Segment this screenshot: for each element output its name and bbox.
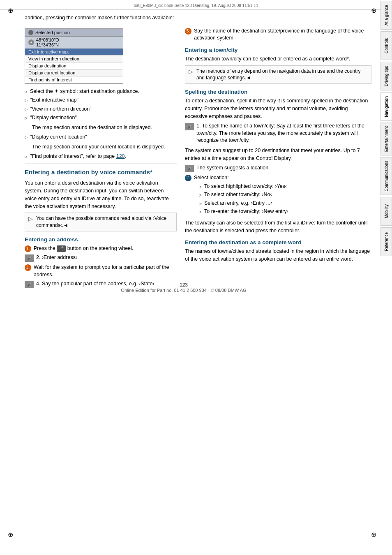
step-1: 1. Press the 🎤 button on the steering wh… — [25, 245, 177, 252]
option-yes: ▷ To select highlighted town/city: ›Yes‹ — [199, 183, 288, 190]
option-entry-tri: ▷ — [199, 201, 202, 206]
step-2-text: 2. ›Enter address‹ — [36, 254, 77, 261]
section-divider — [25, 164, 177, 164]
step-3-badge: 3. — [25, 264, 31, 271]
screenshot-title-text: Selected position — [35, 30, 70, 35]
select-location-label: Select location: — [194, 175, 229, 180]
option-no: ▷ To select other town/city: ›No‹ — [199, 191, 288, 199]
step-5-badge: 5. — [185, 28, 191, 35]
right-tabs: At a glance Controls Driving tips Naviga… — [380, 0, 392, 555]
screenshot-display-dest-text: Display destination — [28, 63, 66, 68]
bullet-find-points: ▷ "Find points of interest", refer to pa… — [25, 153, 177, 160]
idrive-text: The town/city can also be selected from … — [185, 219, 371, 235]
triangle-icon-5: ▷ — [25, 135, 28, 140]
left-bullet-list-3: ▷ "Find points of interest", refer to pa… — [25, 153, 177, 160]
tab-mobility[interactable]: Mobility — [380, 197, 392, 226]
option-entry-text: Select an entry, e.g. ›Entry ...‹ — [204, 200, 272, 207]
screenshot-row-find: Find points of Interest — [25, 76, 123, 83]
step-5-list: 5. Say the name of the destination state… — [185, 28, 371, 42]
spell-step-1: 🎤 1. To spell the name of a town/city: S… — [185, 123, 371, 144]
triangle-icon-2: ▷ — [25, 98, 28, 103]
screenshot-title-icon — [28, 30, 33, 35]
bullet-display-current: ▷ "Display current location" — [25, 134, 177, 141]
spell-step-1-text: 1. To spell the name of a town/city: Say… — [196, 123, 371, 144]
tab-navigation[interactable]: Navigation — [380, 92, 392, 121]
sub-heading-entering-address: Entering an address — [25, 236, 177, 243]
spell-steps-list: 🎤 1. To spell the name of a town/city: S… — [185, 123, 371, 144]
step-1-text: Press the 🎤 button on the steering wheel… — [34, 245, 133, 252]
footer-text: Online Edition for Part no. 01 41 2 600 … — [121, 288, 246, 293]
entering-town-desc: The destination town/city can be spelled… — [185, 55, 371, 63]
tab-communications[interactable]: Communications — [380, 157, 392, 195]
screenshot-row-view: View in northern direction — [25, 56, 123, 62]
suggest-list: 🎤 The system suggests a location. 2. Sel… — [185, 164, 371, 217]
screenshot-display-loc-text: Display current location — [28, 70, 75, 75]
bullet-exit-map: ▷ "Exit interactive map" — [25, 97, 177, 104]
heading-entering-town: Entering a town/city — [185, 47, 371, 53]
page-link-120[interactable]: 120 — [116, 153, 125, 159]
bullet-display-dest: ▷ "Display destination" — [25, 114, 177, 122]
option-entry: ▷ Select an entry, e.g. ›Entry ...‹ — [199, 200, 288, 207]
note-box-2: ▷ The methods of entry depend on the nav… — [185, 65, 371, 84]
system-suggest-text: The system can suggest up to 20 destinat… — [185, 147, 371, 162]
option-new-entry-tri: ▷ — [199, 209, 202, 215]
step-2: 🎤 2. ›Enter address‹ — [25, 254, 177, 262]
note-box-1-text: You can have the possible commands read … — [36, 215, 173, 229]
note-arrow-icon-2: ▷ — [189, 68, 193, 75]
mic-button-icon: 🎤 — [57, 245, 66, 252]
triangle-icon-6: ▷ — [25, 154, 28, 160]
note-box-1: ▷ You can have the possible commands rea… — [25, 213, 177, 231]
bullet-view-north: ▷ "View in northern direction" — [25, 106, 177, 113]
page-footer: 123 Online Edition for Part no. 01 41 2 … — [0, 282, 367, 293]
display-loc-desc: The map section around your current loca… — [32, 143, 177, 151]
tab-controls[interactable]: Controls — [380, 31, 392, 60]
tab-entertainment[interactable]: Entertainment — [380, 123, 392, 155]
crosshair-bl: ⊕ — [6, 530, 14, 539]
select-options-list: ▷ To select highlighted town/city: ›Yes‹… — [199, 183, 288, 215]
complete-word-desc: The names of towns/cities and streets lo… — [185, 247, 371, 263]
tab-driving-tips[interactable]: Driving tips — [380, 62, 392, 90]
left-bullet-list: ▷ Select the ✦ symbol: start destination… — [25, 88, 177, 122]
gps-coords-icon: ✦ — [28, 39, 34, 45]
bullet-symbol-start: ▷ Select the ✦ symbol: start destination… — [25, 88, 177, 95]
step-5-text: Say the name of the destination state/pr… — [194, 28, 371, 42]
screenshot-row-display-dest: Display destination — [25, 62, 123, 69]
option-yes-tri: ▷ — [199, 184, 202, 190]
option-new-entry: ▷ To re-enter the town/city: ›New entry‹ — [199, 208, 288, 215]
left-bullet-list-2: ▷ "Display current location" — [25, 134, 177, 141]
step-3-text: Wait for the system to prompt you for a … — [34, 264, 177, 278]
spell-step-1-icon: 🎤 — [185, 123, 194, 130]
option-new-entry-text: To re-enter the town/city: ›New entry‹ — [204, 208, 288, 215]
screenshot-view-text: View in northern direction — [28, 56, 79, 61]
screenshot-find-text: Find points of Interest — [28, 77, 72, 82]
file-info-bar: ba8_E90M3_cic.book Seite 123 Dienstag, 1… — [0, 0, 392, 10]
select-location: 2. Select location: ▷ To select highligh… — [185, 174, 371, 217]
spelling-desc: To enter a destination, spell it in the … — [185, 97, 371, 120]
note-box-2-text: The methods of entry depend on the navig… — [196, 68, 368, 82]
heading-complete-word: Entering the destination as a complete w… — [185, 239, 371, 245]
tab-reference[interactable]: Reference — [380, 227, 392, 256]
suggest-location: 🎤 The system suggests a location. — [185, 164, 371, 172]
screenshot-row-coords: ✦ 48°08'10"O11°34'36"N — [25, 37, 123, 49]
screenshot-exit-text: Exit interactive map. — [28, 49, 69, 54]
screenshot-title: Selected position — [25, 29, 123, 37]
two-column-layout: Selected position ✦ 48°08'10"O11°34'36"N… — [25, 25, 371, 291]
tab-at-a-glance[interactable]: At a glance — [380, 1, 392, 30]
step-1-badge: 1. — [25, 245, 31, 252]
main-heading: Entering a destination by voice commands… — [25, 168, 177, 176]
intro-text: addition, pressing the controller makes … — [25, 14, 371, 22]
right-column: 5. Say the name of the destination state… — [185, 25, 371, 291]
page-number: 123 — [180, 282, 188, 288]
left-column: Selected position ✦ 48°08'10"O11°34'36"N… — [25, 25, 177, 291]
triangle-icon-3: ▷ — [25, 107, 28, 112]
screenshot-row-exit: Exit interactive map. — [25, 49, 123, 56]
screenshot-coords: 48°08'10"O11°34'36"N — [36, 37, 59, 47]
step-5: 5. Say the name of the destination state… — [185, 28, 371, 42]
option-no-tri: ▷ — [199, 192, 202, 198]
display-dest-desc: The map section around the destination i… — [32, 124, 177, 132]
main-content: addition, pressing the controller makes … — [0, 10, 380, 299]
screenshot-row-display-loc: Display current location — [25, 69, 123, 76]
option-no-text: To select other town/city: ›No‹ — [204, 191, 272, 199]
option-yes-text: To select highlighted town/city: ›Yes‹ — [204, 183, 287, 190]
crosshair-br: ⊕ — [369, 530, 378, 539]
